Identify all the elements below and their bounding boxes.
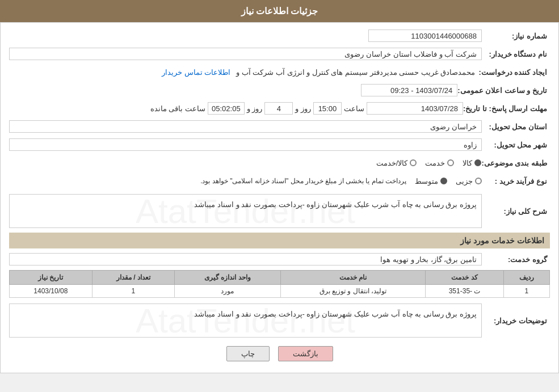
service-group-row: گروه خدمت: تامین برق، گاز، بخار و تهویه … bbox=[9, 252, 550, 267]
services-section-header: اطلاعات خدمات مورد نیاز bbox=[9, 233, 550, 248]
province-value: خراسان رضوی bbox=[9, 120, 482, 133]
creator-label: ایجاد کننده درخواست: bbox=[478, 68, 550, 77]
deadline-remaining: 05:02:05 bbox=[208, 102, 245, 115]
need-number-value: 1103001446000688 bbox=[368, 29, 482, 42]
category-kala-khedmat-dot bbox=[410, 159, 417, 166]
deadline-remaining-text: روز و bbox=[247, 104, 263, 113]
buyer-org-row: نام دستگاه خریدار: شرکت آب و فاضلاب استا… bbox=[9, 47, 550, 61]
print-button[interactable]: چاپ bbox=[226, 346, 270, 361]
city-row: شهر محل تحویل: زاوه bbox=[9, 137, 550, 152]
buyer-desc-label: توضیحات خریدار: bbox=[482, 317, 550, 325]
col-name: نام خدمت bbox=[280, 271, 426, 285]
buyer-desc-row: توضیحات خریدار: پروژه برق رسانی به چاه آ… bbox=[9, 304, 550, 338]
deadline-row: مهلت ارسال پاسخ: تا تاریخ: 1403/07/28 سا… bbox=[9, 101, 550, 116]
announce-row: تاریخ و ساعت اعلان عمومی: 1403/07/24 - 0… bbox=[9, 83, 550, 98]
deadline-time: 15:00 bbox=[313, 102, 342, 115]
creator-link[interactable]: اطلاعات تماس خریدار bbox=[162, 68, 230, 77]
page-header: جزئیات اطلاعات نیاز bbox=[0, 0, 559, 22]
purchase-type-label: نوع فرآیند خرید : bbox=[482, 177, 550, 186]
purchase-option-moutaset: متوسط bbox=[415, 177, 447, 186]
need-desc-box: پروژه برق رسانی به چاه آب شرب علیک شهرست… bbox=[9, 194, 482, 228]
need-desc-row: شرح کلی نیاز: پروژه برق رسانی به چاه آب … bbox=[9, 194, 550, 228]
announce-label: تاریخ و ساعت اعلان عمومی: bbox=[457, 86, 550, 95]
table-cell-qty: 1 bbox=[92, 285, 175, 298]
purchase-option-jozii: جزیی bbox=[456, 177, 482, 186]
table-row: 1ت -35-351تولید، انتقال و توزیع برقمورد1… bbox=[10, 285, 550, 298]
purchase-type-row: نوع فرآیند خرید : جزیی متوسط پرداخت تمام… bbox=[9, 174, 550, 188]
content-area: شماره نیاز: 1103001446000688 نام دستگاه … bbox=[0, 22, 559, 373]
creator-value: محمدصادق غریب حسنی مدیردفتر سیستم های کن… bbox=[233, 67, 478, 78]
category-label: طبقه بندی موضوعی: bbox=[481, 159, 550, 167]
page-container: جزئیات اطلاعات نیاز شماره نیاز: 11030014… bbox=[0, 0, 559, 373]
buyer-desc-value: پروژه برق رسانی به چاه آب شرب علیک شهرست… bbox=[9, 304, 482, 338]
announce-date: 1403/07/24 - 09:23 bbox=[361, 84, 457, 96]
table-cell-date: 1403/10/08 bbox=[10, 285, 93, 298]
table-cell-code: ت -35-351 bbox=[426, 285, 503, 298]
page-title: جزئیات اطلاعات نیاز bbox=[241, 6, 318, 16]
province-row: استان محل تحویل: خراسان رضوی bbox=[9, 119, 550, 134]
category-option-khedmat: خدمت bbox=[425, 159, 454, 167]
buyer-org-label: نام دستگاه خریدار: bbox=[482, 50, 550, 58]
need-desc-value: پروژه برق رسانی به چاه آب شرب علیک شهرست… bbox=[9, 194, 482, 228]
category-kala-dot bbox=[474, 159, 481, 166]
province-label: استان محل تحویل: bbox=[482, 123, 550, 131]
col-unit: واحد اندازه گیری bbox=[175, 271, 280, 285]
creator-row: ایجاد کننده درخواست: محمدصادق غریب حسنی … bbox=[9, 65, 550, 79]
purchase-radio-group: جزیی متوسط پرداخت تمام یا بخشی از مبلغ خ… bbox=[200, 177, 482, 186]
purchase-note: پرداخت تمام یا بخشی از مبلغ خریدار محل "… bbox=[200, 177, 406, 185]
service-group-label: گروه خدمت: bbox=[482, 255, 550, 264]
category-row: طبقه بندی موضوعی: کالا خدمت کالا/خدمت bbox=[9, 155, 550, 170]
service-group-value: تامین برق، گاز، بخار و تهویه هوا bbox=[9, 253, 482, 265]
purchase-moutaset-dot bbox=[440, 178, 447, 184]
need-number-label: شماره نیاز: bbox=[482, 32, 550, 40]
deadline-days: 4 bbox=[264, 102, 293, 115]
category-khedmat-label: خدمت bbox=[425, 159, 445, 167]
purchase-jozii-dot bbox=[475, 178, 482, 184]
category-option-kala: کالا bbox=[463, 159, 481, 167]
service-table: ردیف کد خدمت نام خدمت واحد اندازه گیری ت… bbox=[9, 270, 550, 298]
table-cell-unit: مورد bbox=[175, 285, 280, 298]
category-kala-label: کالا bbox=[463, 159, 472, 167]
deadline-time-label: ساعت bbox=[344, 104, 364, 113]
table-header-row: ردیف کد خدمت نام خدمت واحد اندازه گیری ت… bbox=[10, 271, 550, 285]
deadline-remaining-label: ساعت باقی مانده bbox=[150, 104, 205, 113]
back-button[interactable]: بازگشت bbox=[278, 346, 333, 361]
need-desc-label: شرح کلی نیاز: bbox=[482, 207, 550, 216]
button-row: بازگشت چاپ bbox=[9, 346, 550, 361]
deadline-group: 1403/07/28 ساعت 15:00 روز و 4 روز و 05:0… bbox=[150, 102, 463, 115]
table-cell-name: تولید، انتقال و توزیع برق bbox=[280, 285, 426, 298]
need-number-row: شماره نیاز: 1103001446000688 bbox=[9, 28, 550, 43]
deadline-label: مهلت ارسال پاسخ: تا تاریخ: bbox=[463, 104, 550, 113]
table-cell-row: 1 bbox=[503, 285, 549, 298]
purchase-moutaset-label: متوسط bbox=[415, 177, 438, 186]
col-row: ردیف bbox=[503, 271, 549, 285]
city-value: زاوه bbox=[9, 138, 482, 151]
buyer-desc-box: پروژه برق رسانی به چاه آب شرب علیک شهرست… bbox=[9, 304, 482, 338]
purchase-jozii-label: جزیی bbox=[456, 177, 473, 186]
city-label: شهر محل تحویل: bbox=[482, 141, 550, 149]
col-date: تاریخ نیاز bbox=[10, 271, 93, 285]
buyer-org-value: شرکت آب و فاضلاب استان خراسان رضوی bbox=[9, 48, 482, 60]
category-kala-khedmat-label: کالا/خدمت bbox=[376, 159, 408, 167]
category-option-kala-khedmat: کالا/خدمت bbox=[376, 159, 417, 167]
category-radio-group: کالا خدمت کالا/خدمت bbox=[376, 159, 482, 167]
deadline-day-label: روز و bbox=[295, 104, 311, 113]
col-qty: تعداد / مقدار bbox=[92, 271, 175, 285]
col-code: کد خدمت bbox=[426, 271, 503, 285]
deadline-date: 1403/07/28 bbox=[367, 102, 463, 115]
category-khedmat-dot bbox=[447, 159, 454, 166]
